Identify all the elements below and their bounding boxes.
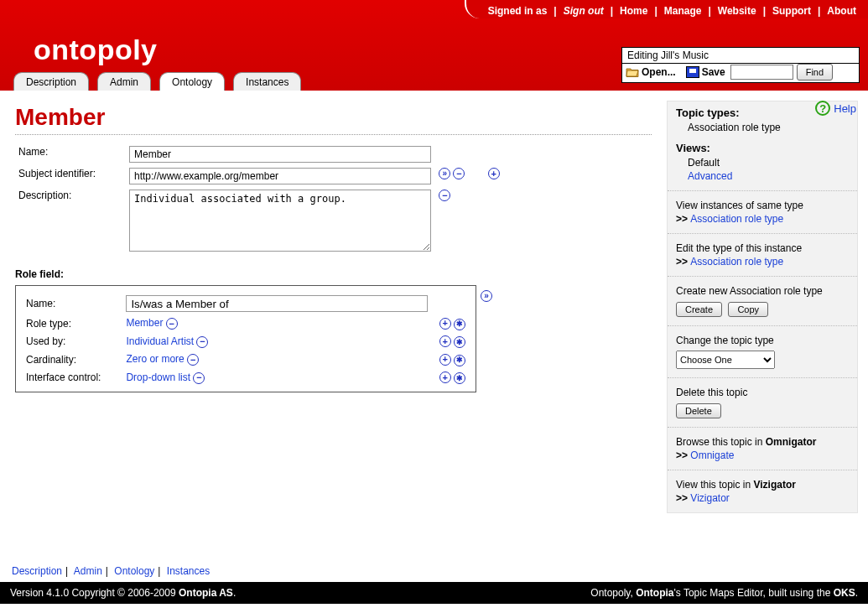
tab-ontology[interactable]: Ontology [159,72,225,91]
main-form: Name: Subject identifier: [15,143,652,257]
tab-instances[interactable]: Instances [233,72,301,91]
help-link[interactable]: ? Help [815,101,856,116]
sb-viewinstances-link[interactable]: Association role type [690,213,783,225]
role-field-box: Name: Role type: Member Use [15,285,476,392]
rf-roletype-add-icon[interactable] [439,318,451,330]
save-button[interactable]: Save [702,66,725,78]
rf-cardinality-remove-icon[interactable] [187,354,199,366]
footer-left: Version 4.1.0 Copyright © 2006-2009 Onto… [10,587,236,599]
description-label: Description: [15,187,126,257]
sign-out-link[interactable]: Sign out [564,5,604,17]
rf-cardinality-link[interactable]: Zero or more [126,353,184,365]
role-box-goto-icon[interactable] [481,290,492,302]
nav-home[interactable]: Home [620,5,647,17]
topbar: Signed in as | Sign out | Home | Manage … [465,0,868,18]
goto-icon[interactable] [439,168,450,179]
sb-edittype-heading: Edit the type of this instance [676,242,849,254]
sb-delete-heading: Delete this topic [676,387,849,398]
sb-omnigator-heading: Browse this topic in Omnigator [676,436,849,448]
editing-box: Editing Jill's Music Open... Save Find [621,47,860,83]
rf-interface-label: Interface control: [24,369,124,387]
change-type-select[interactable]: Choose One [676,351,775,369]
rf-roletype-link[interactable]: Member [126,317,163,329]
rf-roletype-remove-icon[interactable] [166,318,178,330]
rf-interface-link[interactable]: Drop-down list [126,371,190,383]
sb-vizigator-link[interactable]: Vizigator [690,492,729,504]
bl-description[interactable]: Description [12,565,62,577]
save-icon [686,66,699,78]
rf-interface-remove-icon[interactable] [193,372,205,384]
sb-createnew-heading: Create new Association role type [676,285,849,297]
footer-right: Ontopoly, Ontopia's Topic Maps Editor, b… [590,587,858,599]
copy-button[interactable]: Copy [728,302,768,317]
rf-usedby-star-icon[interactable] [454,336,465,348]
rf-roletype-star-icon[interactable] [454,319,465,330]
brand-logo: ontopoly [34,34,158,66]
delete-button[interactable]: Delete [676,403,721,418]
rf-roletype-label: Role type: [24,314,124,333]
create-button[interactable]: Create [676,302,722,317]
page-title: Member [15,104,652,131]
sb-view-default: Default [676,157,849,169]
nav-website[interactable]: Website [718,5,756,17]
name-label: Name: [15,143,126,165]
rf-usedby-remove-icon[interactable] [196,336,208,348]
editing-title: Editing Jill's Music [622,48,859,64]
nav-about[interactable]: About [827,5,856,17]
find-input[interactable] [730,65,793,80]
tab-description[interactable]: Description [13,72,89,91]
subject-id-field[interactable] [129,168,431,184]
open-button[interactable]: Open... [642,66,676,78]
bl-admin[interactable]: Admin [74,565,102,577]
description-field[interactable] [129,190,431,252]
add-icon[interactable] [488,168,500,179]
name-field[interactable] [129,146,431,163]
rf-usedby-add-icon[interactable] [439,335,451,347]
subject-id-label: Subject identifier: [15,165,126,187]
remove-icon[interactable] [453,168,465,179]
rf-name-label: Name: [24,293,124,314]
rf-cardinality-label: Cardinality: [24,351,124,369]
rf-interface-star-icon[interactable] [454,372,465,384]
tab-admin[interactable]: Admin [97,72,151,91]
role-field-title: Role field: [15,268,652,280]
find-button[interactable]: Find [797,64,833,81]
sb-viewinstances-heading: View instances of same type [676,200,849,211]
bottom-links: Description| Admin| Ontology| Instances [0,560,868,582]
sidebar: Topic types: Association role type Views… [667,94,868,560]
sb-view-advanced[interactable]: Advanced [688,170,732,182]
signed-in-label: Signed in as [488,5,548,17]
folder-open-icon [626,66,639,78]
sb-edittype-link[interactable]: Association role type [690,256,783,268]
tabs: Description Admin Ontology Instances [13,72,301,91]
sb-vizigator-heading: View this topic in Vizigator [676,479,849,491]
sb-topictypes-value: Association role type [676,122,849,133]
rf-cardinality-add-icon[interactable] [439,354,451,366]
sb-omnigator-link[interactable]: Omnigate [690,449,734,461]
rf-cardinality-star-icon[interactable] [454,355,465,366]
rf-usedby-label: Used by: [24,333,124,351]
footer: Version 4.1.0 Copyright © 2006-2009 Onto… [0,582,868,604]
remove-description-icon[interactable] [439,190,450,201]
help-label[interactable]: Help [834,102,856,115]
sb-views-heading: Views: [676,142,849,154]
bl-instances[interactable]: Instances [167,565,210,577]
nav-support[interactable]: Support [772,5,811,17]
nav-manage[interactable]: Manage [664,5,702,17]
bl-ontology[interactable]: Ontology [114,565,154,577]
header: Signed in as | Sign out | Home | Manage … [0,0,868,91]
rf-usedby-link[interactable]: Individual Artist [126,335,194,347]
rf-interface-add-icon[interactable] [439,371,451,383]
sb-changetype-heading: Change the topic type [676,335,849,346]
help-icon: ? [815,101,830,116]
rf-name-field[interactable] [126,295,428,312]
